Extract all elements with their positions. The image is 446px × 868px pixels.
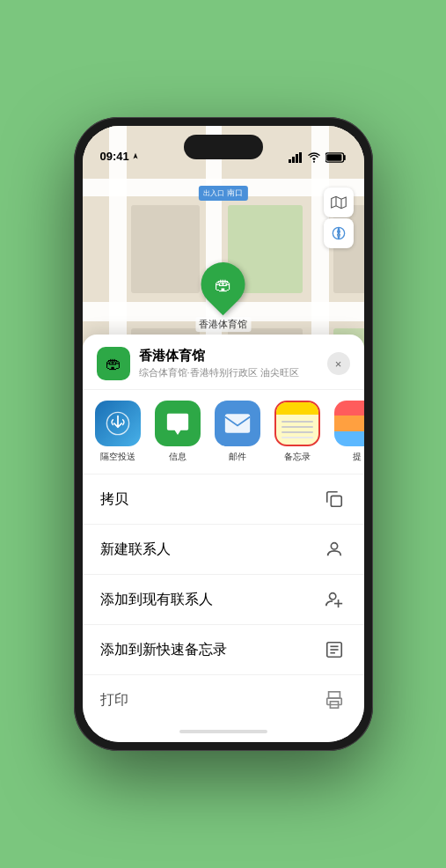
notes-line-3 xyxy=(281,431,313,433)
share-item-message[interactable]: 信息 xyxy=(151,401,204,463)
quick-note-svg xyxy=(325,640,344,659)
location-button[interactable] xyxy=(324,218,354,248)
notes-label: 备忘录 xyxy=(284,451,311,463)
svg-rect-26 xyxy=(224,414,249,433)
share-item-more[interactable]: 提 xyxy=(331,401,364,463)
compass-icon xyxy=(332,226,346,240)
venue-map-pin: 🏟 香港体育馆 xyxy=(195,262,251,332)
print-icon xyxy=(322,688,347,712)
svg-rect-27 xyxy=(331,496,341,506)
map-north-gate-label: 出入口 南口 xyxy=(198,186,247,201)
svg-rect-36 xyxy=(328,692,340,698)
battery-icon xyxy=(325,152,347,163)
notes-lines-area xyxy=(276,415,318,445)
mail-svg xyxy=(224,413,251,434)
quick-note-label: 添加到新快速备忘录 xyxy=(100,641,227,659)
airdrop-svg xyxy=(106,411,130,436)
new-contact-icon xyxy=(322,537,347,562)
svg-rect-1 xyxy=(292,157,295,163)
quick-note-icon xyxy=(322,637,347,662)
action-add-existing-contact[interactable]: 添加到现有联系人 xyxy=(83,575,364,625)
notes-header xyxy=(276,402,318,415)
gate-name: 南口 xyxy=(227,188,243,197)
close-button[interactable]: × xyxy=(327,352,350,375)
mail-label: 邮件 xyxy=(229,451,246,463)
venue-avatar: 🏟 xyxy=(97,347,130,380)
venue-info: 香港体育馆 综合体育馆·香港特别行政区 油尖旺区 xyxy=(139,348,318,379)
status-time: 09:41 xyxy=(100,150,140,163)
location-icon xyxy=(131,152,140,161)
notes-line-1 xyxy=(281,421,313,423)
action-copy[interactable]: 拷贝 xyxy=(83,474,364,525)
copy-svg xyxy=(325,489,344,509)
svg-rect-0 xyxy=(289,159,291,163)
signal-icon xyxy=(289,152,303,163)
message-svg xyxy=(165,412,190,435)
svg-rect-14 xyxy=(131,205,200,293)
airdrop-icon xyxy=(95,401,141,446)
airdrop-label: 隔空投送 xyxy=(100,451,135,463)
map-type-button[interactable] xyxy=(324,188,354,217)
svg-rect-2 xyxy=(296,154,298,163)
message-label: 信息 xyxy=(169,451,186,463)
stadium-icon: 🏟 xyxy=(215,275,232,295)
bottom-handle xyxy=(179,730,267,733)
action-print[interactable]: 打印 xyxy=(83,675,364,725)
svg-rect-3 xyxy=(299,152,302,163)
print-svg xyxy=(325,690,344,710)
print-label: 打印 xyxy=(100,691,128,710)
pin-venue-name: 香港体育馆 xyxy=(195,317,251,332)
svg-point-28 xyxy=(331,543,337,549)
mail-icon xyxy=(215,401,260,446)
map-controls[interactable] xyxy=(324,188,354,248)
notes-icon xyxy=(274,401,320,446)
new-contact-label: 新建联系人 xyxy=(100,541,171,559)
share-item-notes[interactable]: 备忘录 xyxy=(271,401,324,463)
dynamic-island xyxy=(184,135,263,159)
share-item-airdrop[interactable]: 隔空投送 xyxy=(91,401,144,463)
share-row: 隔空投送 信息 xyxy=(83,390,364,474)
copy-label: 拷贝 xyxy=(100,490,128,509)
status-icons xyxy=(289,152,347,163)
contact-svg xyxy=(325,540,344,559)
notes-line-4 xyxy=(281,437,313,438)
gate-prefix: 出入口 xyxy=(203,189,226,197)
notes-line-2 xyxy=(281,426,313,428)
phone-frame: 09:41 xyxy=(74,117,373,751)
more-label: 提 xyxy=(353,451,362,463)
venue-stadium-icon: 🏟 xyxy=(106,355,121,373)
close-icon: × xyxy=(335,357,342,371)
svg-point-4 xyxy=(313,161,315,163)
contact-add-svg xyxy=(325,590,344,609)
time-text: 09:41 xyxy=(100,150,129,163)
svg-rect-6 xyxy=(326,154,341,161)
add-existing-icon xyxy=(322,587,347,612)
svg-point-29 xyxy=(329,593,335,600)
add-existing-label: 添加到现有联系人 xyxy=(100,591,213,609)
venue-name: 香港体育馆 xyxy=(139,348,318,364)
venue-header: 🏟 香港体育馆 综合体育馆·香港特别行政区 油尖旺区 × xyxy=(83,335,364,390)
map-type-icon xyxy=(331,195,347,210)
copy-icon xyxy=(322,487,347,511)
more-icon xyxy=(334,401,364,446)
share-item-mail[interactable]: 邮件 xyxy=(211,401,264,463)
pin-bg: 🏟 xyxy=(192,254,254,316)
phone-screen: 09:41 xyxy=(83,126,364,742)
wifi-icon xyxy=(307,152,321,163)
action-new-contact[interactable]: 新建联系人 xyxy=(83,525,364,575)
venue-subtitle: 综合体育馆·香港特别行政区 油尖旺区 xyxy=(139,366,318,379)
bottom-sheet: 🏟 香港体育馆 综合体育馆·香港特别行政区 油尖旺区 × xyxy=(83,335,364,742)
message-icon xyxy=(155,401,201,446)
action-quick-note[interactable]: 添加到新快速备忘录 xyxy=(83,625,364,675)
